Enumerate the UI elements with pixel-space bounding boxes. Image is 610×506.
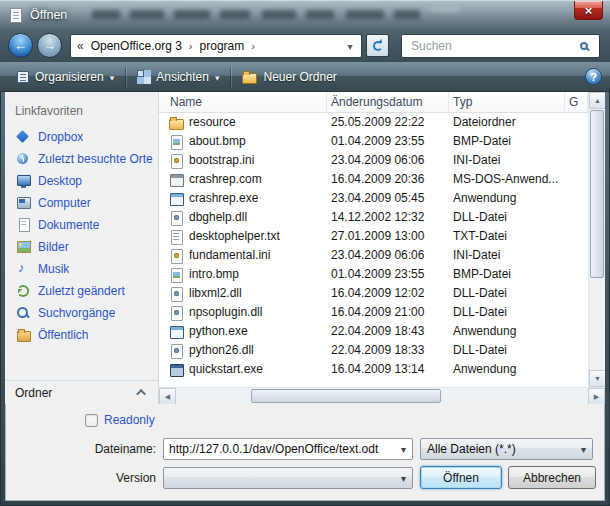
horizontal-scrollbar[interactable] xyxy=(159,387,605,404)
scroll-right-button[interactable] xyxy=(588,388,605,404)
search-icon[interactable] xyxy=(580,42,588,50)
sidebar-item[interactable]: Öffentlich xyxy=(5,324,158,346)
vertical-scrollbar[interactable] xyxy=(588,92,605,387)
file-row[interactable]: intro.bmp 01.04.2009 23:55 BMP-Datei xyxy=(159,265,588,284)
exe-file-icon xyxy=(169,325,184,339)
readonly-checkbox[interactable] xyxy=(85,414,98,427)
folder-file-icon xyxy=(169,116,184,130)
breadcrumb-item[interactable]: OpenOffice.org 3 xyxy=(89,39,184,53)
file-row[interactable]: resource 25.05.2009 22:22 Dateiordner xyxy=(159,113,588,132)
filelist-rows: resource 25.05.2009 22:22 Dateiordner ab… xyxy=(159,113,588,387)
dropbox-icon xyxy=(16,130,31,144)
titlebar-glass-reflection xyxy=(0,1,610,29)
file-list: Name Änderungsdatum Typ G resource 25.05… xyxy=(158,92,605,404)
vertical-scrollbar-thumb[interactable] xyxy=(590,110,604,278)
filetype-dropdown-icon xyxy=(575,442,592,456)
version-combobox[interactable] xyxy=(163,467,413,489)
help-button[interactable] xyxy=(585,68,602,85)
sidebar-item[interactable]: Dokumente xyxy=(5,214,158,236)
scroll-down-button[interactable] xyxy=(589,370,605,387)
dialog-document-icon xyxy=(10,8,22,23)
version-dropdown-icon xyxy=(395,471,412,485)
breadcrumb-overflow-chevron[interactable]: « xyxy=(77,39,89,53)
column-header[interactable]: G xyxy=(565,92,588,112)
sidebar-item[interactable]: Zuletzt geändert xyxy=(5,280,158,302)
file-row[interactable]: crashrep.com 16.04.2009 20:36 MS-DOS-Anw… xyxy=(159,170,588,189)
version-label: Version xyxy=(5,471,163,485)
column-header[interactable]: Typ xyxy=(449,92,565,112)
searches-icon xyxy=(16,306,31,320)
file-row[interactable]: desktophelper.txt 27.01.2009 13:00 TXT-D… xyxy=(159,227,588,246)
sidebar-item[interactable]: Desktop xyxy=(5,170,158,192)
close-button[interactable] xyxy=(574,1,603,20)
sidebar-item[interactable]: Computer xyxy=(5,192,158,214)
music-icon xyxy=(16,262,31,276)
breadcrumb-item[interactable]: program xyxy=(198,39,247,53)
ini-file-icon xyxy=(169,154,184,168)
file-row[interactable]: python26.dll 22.04.2009 18:33 DLL-Datei xyxy=(159,341,588,360)
txt-file-icon xyxy=(169,230,184,244)
sidebar-item[interactable]: Musik xyxy=(5,258,158,280)
recently-changed-icon xyxy=(16,284,31,298)
open-dialog-window: Öffnen « OpenOffice.org 3› program› Orga… xyxy=(0,0,610,506)
cancel-button[interactable]: Abbrechen xyxy=(508,466,596,489)
dll-file-icon xyxy=(169,306,184,320)
file-row[interactable]: fundamental.ini 23.04.2009 06:06 INI-Dat… xyxy=(159,246,588,265)
file-row[interactable]: quickstart.exe 16.04.2009 13:14 Anwendun… xyxy=(159,360,588,379)
horizontal-scrollbar-thumb[interactable] xyxy=(251,389,441,403)
filename-combobox[interactable] xyxy=(163,438,413,460)
organize-button[interactable]: Organisieren xyxy=(8,66,123,88)
favorites-sidebar: Linkfavoriten Dropbox Zuletzt besuchte O… xyxy=(5,92,158,404)
readonly-label[interactable]: Readonly xyxy=(104,413,155,427)
sidebar-item[interactable]: Bilder xyxy=(5,236,158,258)
organize-dropdown-icon xyxy=(110,70,115,84)
scroll-left-button[interactable] xyxy=(159,388,176,404)
refresh-button[interactable] xyxy=(366,34,389,57)
filename-input[interactable] xyxy=(164,442,395,456)
dll-file-icon xyxy=(169,344,184,358)
views-dropdown-icon xyxy=(215,70,220,84)
views-icon xyxy=(137,70,150,83)
window-title: Öffnen xyxy=(30,1,67,30)
search-box[interactable] xyxy=(401,34,600,58)
public-icon xyxy=(16,328,31,342)
toolbar-separator xyxy=(230,67,231,87)
address-dropdown-icon[interactable] xyxy=(343,39,357,53)
filetype-combobox[interactable]: Alle Dateien (*.*) xyxy=(420,438,593,460)
file-row[interactable]: crashrep.exe 23.04.2009 05:45 Anwendung xyxy=(159,189,588,208)
open-button[interactable]: Öffnen xyxy=(420,466,502,489)
back-button[interactable] xyxy=(8,33,33,58)
file-row[interactable]: bootstrap.ini 23.04.2009 06:06 INI-Datei xyxy=(159,151,588,170)
sidebar-item[interactable]: Zuletzt besuchte Orte xyxy=(5,148,158,170)
views-button[interactable]: Ansichten xyxy=(128,66,228,88)
folders-label: Ordner xyxy=(15,386,52,400)
file-row[interactable]: python.exe 22.04.2009 18:43 Anwendung xyxy=(159,322,588,341)
column-header[interactable]: Änderungsdatum xyxy=(327,92,449,112)
scroll-up-button[interactable] xyxy=(589,92,605,109)
search-input[interactable] xyxy=(409,38,580,54)
recent-places-icon xyxy=(16,152,31,166)
breadcrumb-separator-icon[interactable]: › xyxy=(246,40,260,52)
new-folder-icon xyxy=(242,71,257,83)
bmp-file-icon xyxy=(169,268,184,282)
refresh-icon xyxy=(373,41,383,51)
ini-file-icon xyxy=(169,249,184,263)
breadcrumb-separator-icon[interactable]: › xyxy=(184,40,198,52)
file-row[interactable]: dbghelp.dll 14.12.2002 12:32 DLL-Datei xyxy=(159,208,588,227)
sidebar-item[interactable]: Suchvorgänge xyxy=(5,302,158,324)
file-row[interactable]: about.bmp 01.04.2009 23:55 BMP-Datei xyxy=(159,132,588,151)
file-row[interactable]: npsoplugin.dll 16.04.2009 21:00 DLL-Date… xyxy=(159,303,588,322)
titlebar: Öffnen xyxy=(0,0,610,29)
new-folder-button[interactable]: Neuer Ordner xyxy=(233,66,345,88)
address-bar[interactable]: « OpenOffice.org 3› program› xyxy=(70,34,362,58)
navigation-bar: « OpenOffice.org 3› program› xyxy=(0,29,610,62)
toolbar-separator xyxy=(125,67,126,87)
file-row[interactable]: libxml2.dll 16.04.2009 12:02 DLL-Datei xyxy=(159,284,588,303)
folders-expander[interactable]: Ordner xyxy=(5,380,158,404)
forward-button[interactable] xyxy=(37,33,62,58)
sidebar-item[interactable]: Dropbox xyxy=(5,126,158,148)
exe2-file-icon xyxy=(169,363,184,377)
com-file-icon xyxy=(169,173,184,187)
column-header[interactable]: Name xyxy=(159,92,327,112)
filename-dropdown-icon[interactable] xyxy=(395,442,412,456)
